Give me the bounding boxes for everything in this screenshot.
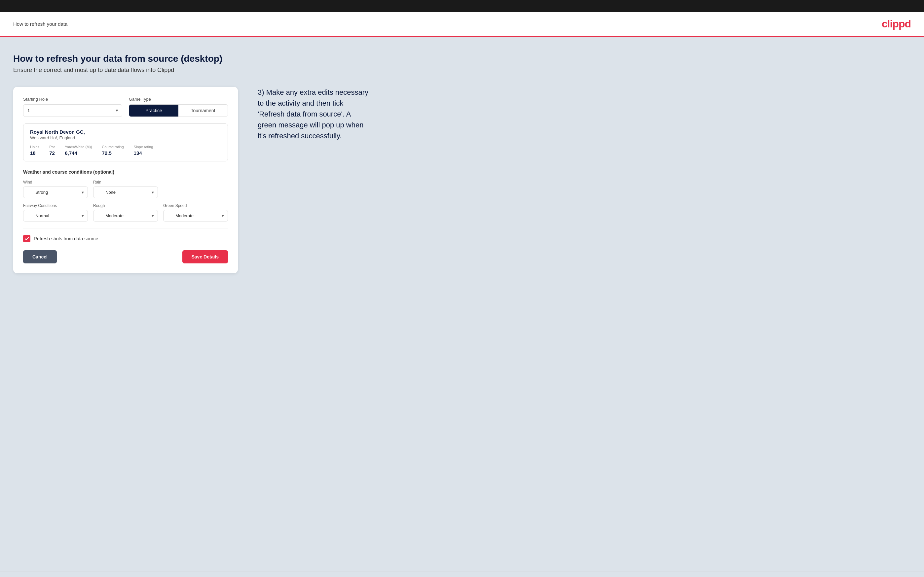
starting-hole-wrapper: 1 ▼ <box>23 104 122 117</box>
checkmark-icon <box>24 236 29 241</box>
rain-label: Rain <box>93 180 158 185</box>
game-type-toggle: Practice Tournament <box>129 104 228 117</box>
side-note-text: 3) Make any extra edits necessary to the… <box>258 87 370 141</box>
content-row: Starting Hole 1 ▼ Game Type Practice Tou… <box>13 87 911 273</box>
course-rating-value: 72.5 <box>102 150 124 156</box>
fairway-select-wrapper: 🌿 Normal ▼ <box>23 210 88 221</box>
form-top-row: Starting Hole 1 ▼ Game Type Practice Tou… <box>23 97 228 117</box>
wind-rain-row: Wind 💨 Strong ▼ Rain ☀️ None <box>23 180 228 198</box>
wind-group: Wind 💨 Strong ▼ <box>23 180 88 198</box>
top-bar <box>0 0 924 12</box>
course-location: Westward Ho!, England <box>30 135 221 140</box>
save-button[interactable]: Save Details <box>183 250 228 263</box>
rough-select-wrapper: 🌱 Moderate ▼ <box>93 210 158 221</box>
par-stat: Par 72 <box>49 145 55 156</box>
green-speed-label: Green Speed <box>163 203 228 208</box>
side-note: 3) Make any extra edits necessary to the… <box>258 87 370 141</box>
header: How to refresh your data clippd <box>0 12 924 37</box>
par-label: Par <box>49 145 55 149</box>
rain-group: Rain ☀️ None ▼ <box>93 180 158 198</box>
slope-rating-stat: Slope rating 134 <box>134 145 153 156</box>
course-rating-stat: Course rating 72.5 <box>102 145 124 156</box>
game-type-label: Game Type <box>129 97 228 102</box>
par-value: 72 <box>49 150 55 156</box>
refresh-checkbox-row: Refresh shots from data source <box>23 235 228 242</box>
cancel-button[interactable]: Cancel <box>23 250 57 263</box>
refresh-checkbox[interactable] <box>23 235 31 242</box>
green-speed-select[interactable]: Moderate <box>163 210 228 221</box>
page-heading: How to refresh your data from source (de… <box>13 53 911 64</box>
slope-rating-label: Slope rating <box>134 145 153 149</box>
rough-group: Rough 🌱 Moderate ▼ <box>93 203 158 221</box>
fairway-label: Fairway Conditions <box>23 203 88 208</box>
yards-label: Yards/White (M)) <box>65 145 92 149</box>
fairway-rough-green-row: Fairway Conditions 🌿 Normal ▼ Rough 🌱 <box>23 203 228 221</box>
slope-rating-value: 134 <box>134 150 153 156</box>
green-speed-select-wrapper: ⚙️ Moderate ▼ <box>163 210 228 221</box>
rain-select-wrapper: ☀️ None ▼ <box>93 187 158 198</box>
fairway-group: Fairway Conditions 🌿 Normal ▼ <box>23 203 88 221</box>
wind-select[interactable]: Strong <box>23 187 88 198</box>
refresh-checkbox-label: Refresh shots from data source <box>34 236 98 241</box>
fairway-select[interactable]: Normal <box>23 210 88 221</box>
holes-label: Holes <box>30 145 39 149</box>
yards-stat: Yards/White (M)) 6,744 <box>65 145 92 156</box>
starting-hole-label: Starting Hole <box>23 97 122 102</box>
holes-stat: Holes 18 <box>30 145 39 156</box>
button-row: Cancel Save Details <box>23 250 228 263</box>
weather-section-title: Weather and course conditions (optional) <box>23 169 228 175</box>
course-stats: Holes 18 Par 72 Yards/White (M)) 6,744 C… <box>30 145 221 156</box>
practice-button[interactable]: Practice <box>129 105 178 116</box>
header-title: How to refresh your data <box>13 21 68 27</box>
game-type-group: Game Type Practice Tournament <box>129 97 228 117</box>
course-name: Royal North Devon GC, <box>30 129 221 135</box>
wind-select-wrapper: 💨 Strong ▼ <box>23 187 88 198</box>
main-content: How to refresh your data from source (de… <box>0 37 924 571</box>
yards-value: 6,744 <box>65 150 92 156</box>
green-speed-group: Green Speed ⚙️ Moderate ▼ <box>163 203 228 221</box>
rough-label: Rough <box>93 203 158 208</box>
holes-value: 18 <box>30 150 39 156</box>
logo: clippd <box>882 18 911 30</box>
wind-label: Wind <box>23 180 88 185</box>
starting-hole-group: Starting Hole 1 ▼ <box>23 97 122 117</box>
rough-select[interactable]: Moderate <box>93 210 158 221</box>
course-info-box: Royal North Devon GC, Westward Ho!, Engl… <box>23 124 228 161</box>
footer: Copyright Clippd 2022 <box>0 571 924 577</box>
form-card: Starting Hole 1 ▼ Game Type Practice Tou… <box>13 87 238 273</box>
tournament-button[interactable]: Tournament <box>178 105 228 116</box>
divider <box>23 228 228 229</box>
course-rating-label: Course rating <box>102 145 124 149</box>
rain-select[interactable]: None <box>93 187 158 198</box>
page-subheading: Ensure the correct and most up to date d… <box>13 67 911 74</box>
starting-hole-select[interactable]: 1 <box>23 104 122 117</box>
